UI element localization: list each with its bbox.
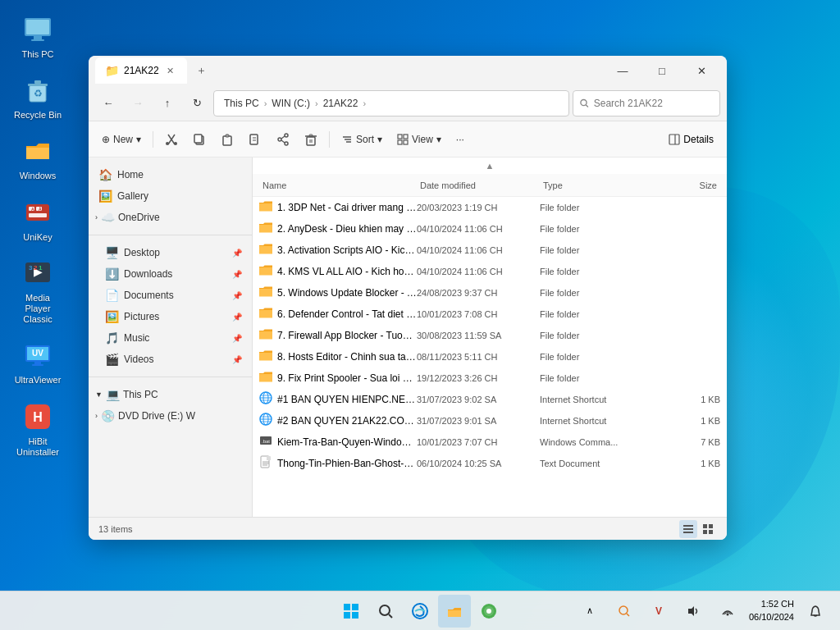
collapse-files-button[interactable]: ▲	[253, 158, 727, 174]
table-row[interactable]: 8. Hosts Editor - Chinh sua tap tin host…	[253, 346, 727, 368]
sort-button[interactable]: Sort ▾	[335, 130, 389, 148]
sidebar-item-documents[interactable]: 📄 Documents 📌	[89, 285, 252, 306]
sidebar-item-home[interactable]: 🏠 Home	[89, 164, 252, 185]
taskbar-edge-button[interactable]	[404, 595, 436, 628]
sidebar-item-pictures[interactable]: 🖼️ Pictures 📌	[89, 306, 252, 327]
start-button[interactable]	[335, 595, 368, 628]
desktop-icon-ultrav[interactable]: UV UltraViewer	[8, 334, 67, 390]
table-row[interactable]: Thong-Tin-Phien-Ban-Ghost-Windows.txt 06…	[253, 453, 727, 474]
tray-expand-button[interactable]: ∧	[573, 595, 606, 628]
documents-icon: 📄	[105, 289, 119, 302]
sidebar-item-desktop[interactable]: 🖥️ Desktop 📌	[89, 242, 252, 263]
paste-button[interactable]	[214, 130, 240, 149]
svg-line-27	[586, 104, 588, 107]
up-button[interactable]: ↑	[154, 90, 180, 116]
delete-button[interactable]	[298, 130, 324, 149]
table-row[interactable]: 3. Activation Scripts AIO - Kich hoat wi…	[253, 240, 727, 261]
tray-network-icon	[721, 605, 734, 618]
copy-icon	[193, 133, 206, 146]
recycle-bin-label: Recycle Bin	[14, 110, 62, 121]
close-button[interactable]: ✕	[682, 57, 720, 84]
table-row[interactable]: 2. AnyDesk - Dieu khien may tinh tu xa 0…	[253, 218, 727, 240]
table-row[interactable]: 1. 3DP Net - Cai driver mang internet 20…	[253, 197, 727, 218]
cut-button[interactable]	[158, 130, 185, 149]
notification-button[interactable]	[799, 595, 832, 628]
file-date: 08/11/2023 5:11 CH	[417, 352, 540, 362]
tab-21ak22[interactable]: 📁 21AK22 ✕	[95, 57, 187, 84]
copy-button[interactable]	[186, 130, 212, 149]
toolbar-sep-1	[153, 131, 153, 148]
share-icon	[276, 133, 290, 146]
search-input[interactable]	[594, 98, 713, 109]
tray-v-button[interactable]: V	[642, 595, 675, 628]
sidebar-section-onedrive[interactable]: › ☁️ OneDrive	[89, 207, 252, 228]
table-row[interactable]: #2 BAN QUYEN 21AK22.COM CAM ON 31/07/202…	[253, 410, 727, 431]
sidebar-item-music[interactable]: 🎵 Music 📌	[89, 327, 252, 349]
tiles-view-button[interactable]	[699, 520, 717, 538]
view-button[interactable]: View ▾	[390, 130, 448, 148]
crumb-this-pc[interactable]: This PC	[221, 96, 262, 111]
tab-close-button[interactable]: ✕	[164, 64, 177, 77]
col-header-date[interactable]: Date modified	[417, 180, 540, 190]
new-tab-button[interactable]: ＋	[190, 59, 213, 82]
col-header-name[interactable]: Name	[259, 180, 417, 190]
col-header-size[interactable]: Size	[663, 180, 720, 190]
taskbar-search-button[interactable]	[369, 595, 402, 628]
table-row[interactable]: #1 BAN QUYEN HIENPC.NET CAM ON 31/07/202…	[253, 389, 727, 410]
taskbar-right: ∧ V	[573, 595, 832, 628]
more-button[interactable]: ···	[450, 130, 471, 148]
file-type-icon	[259, 264, 272, 278]
file-type-icon	[259, 221, 272, 235]
table-row[interactable]: 9. Fix Print Spooler - Sua loi may in 19…	[253, 368, 727, 389]
minimize-button[interactable]: —	[604, 57, 641, 84]
windows-folder-icon	[21, 135, 54, 167]
crumb-win-c[interactable]: WIN (C:)	[268, 96, 313, 111]
details-view-button[interactable]	[679, 520, 697, 538]
taskbar-green-button[interactable]	[472, 595, 505, 628]
system-clock[interactable]: 1:52 CH 06/10/2024	[749, 598, 794, 623]
ultrav-icon: UV	[21, 339, 54, 372]
desktop: This PC ♻ Recycle Bin Windo	[0, 0, 840, 630]
rename-button[interactable]	[242, 130, 268, 149]
table-row[interactable]: 4. KMS VL ALL AIO - Kich hoat win office…	[253, 261, 727, 282]
col-header-type[interactable]: Type	[540, 180, 663, 190]
sidebar-item-downloads[interactable]: ⬇️ Downloads 📌	[89, 263, 252, 285]
desktop-icon-unikey[interactable]: A Ă UniKey	[8, 191, 67, 248]
hibit-label: HiBit Uninstaller	[11, 436, 64, 458]
crumb-21ak22[interactable]: 21AK22	[320, 96, 362, 111]
file-type: File folder	[540, 373, 663, 383]
new-button[interactable]: ⊕ New ▾	[95, 130, 148, 148]
table-row[interactable]: 5. Windows Update Blocker - Tat cap nha.…	[253, 282, 727, 304]
file-type-icon	[259, 371, 272, 385]
search-bar[interactable]	[573, 90, 720, 116]
dvd-expand-icon: ›	[95, 412, 98, 420]
table-row[interactable]: .bat Kiem-Tra-Ban-Quyen-Windows-Office-2…	[253, 431, 727, 453]
back-button[interactable]: ←	[95, 90, 121, 116]
desktop-icon-recycle-bin[interactable]: ♻ Recycle Bin	[8, 69, 67, 126]
file-size: 7 KB	[663, 437, 720, 447]
desktop-icon-windows[interactable]: Windows	[8, 130, 67, 186]
svg-marker-92	[688, 606, 694, 616]
tray-search-button[interactable]	[608, 595, 641, 628]
refresh-button[interactable]: ↻	[184, 90, 210, 116]
maximize-button[interactable]: □	[643, 57, 681, 84]
table-row[interactable]: 7. Firewall App Blocker - Tuong lua chan…	[253, 325, 727, 346]
file-date: 24/08/2023 9:37 CH	[417, 288, 540, 298]
desktop-icon-media-player[interactable]: ▶ 3 2 1 Media Player Classic	[8, 252, 67, 331]
sidebar-dvd-drive[interactable]: › 💿 DVD Drive (E:) W	[89, 405, 252, 427]
desktop-icon-this-pc[interactable]: This PC	[8, 8, 67, 65]
share-button[interactable]	[270, 130, 296, 149]
table-row[interactable]: 6. Defender Control - Tat diet virus win…	[253, 304, 727, 325]
desktop-icon-hibit[interactable]: H HiBit Uninstaller	[8, 395, 67, 463]
sidebar-item-gallery[interactable]: 🖼️ Gallery	[89, 185, 252, 207]
tray-network-button[interactable]	[711, 595, 744, 628]
taskbar-explorer-button[interactable]	[438, 595, 471, 628]
address-bar[interactable]: This PC › WIN (C:) › 21AK22 ›	[213, 90, 569, 116]
forward-button[interactable]: →	[125, 90, 151, 116]
taskbar-center	[335, 595, 505, 628]
details-pane-button[interactable]: Details	[662, 130, 720, 148]
file-type-icon	[259, 200, 272, 214]
sidebar-this-pc[interactable]: ▼ 💻 This PC	[89, 384, 252, 405]
sidebar-item-videos[interactable]: 🎬 Videos 📌	[89, 349, 252, 370]
tray-volume-button[interactable]	[677, 595, 710, 628]
